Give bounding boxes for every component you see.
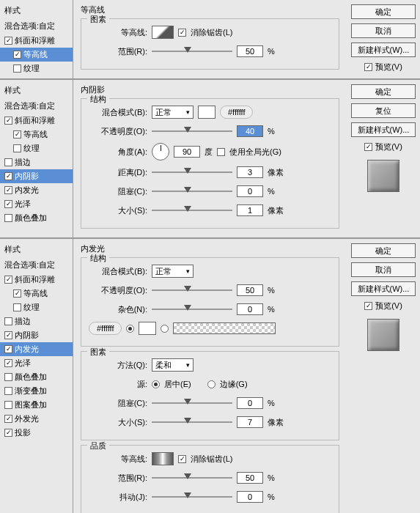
- reset-button[interactable]: 复位: [351, 103, 416, 118]
- size-slider[interactable]: [152, 210, 232, 211]
- jitter-value[interactable]: 0: [237, 491, 263, 503]
- style-checkbox[interactable]: [13, 51, 21, 59]
- style-checkbox[interactable]: [13, 144, 21, 152]
- style-item[interactable]: 等高线: [0, 48, 73, 62]
- choke-value[interactable]: 0: [237, 185, 263, 197]
- style-item[interactable]: 光泽: [0, 197, 73, 211]
- opacity-value[interactable]: 50: [237, 284, 263, 296]
- antialias-checkbox[interactable]: [178, 29, 186, 37]
- style-checkbox[interactable]: [13, 64, 21, 73]
- style-item[interactable]: 颜色叠加: [0, 211, 73, 225]
- style-checkbox[interactable]: [4, 317, 12, 325]
- style-item[interactable]: 等高线: [0, 287, 73, 300]
- noise-value[interactable]: 0: [237, 303, 263, 315]
- style-checkbox[interactable]: [13, 130, 21, 139]
- angle-dial[interactable]: [152, 143, 169, 160]
- style-item[interactable]: 等高线: [0, 128, 73, 141]
- contour-thumb[interactable]: [152, 26, 174, 39]
- blend-options[interactable]: 混合选项:自定: [0, 18, 73, 34]
- style-item[interactable]: 外发光: [0, 412, 73, 426]
- style-checkbox[interactable]: [4, 172, 12, 180]
- cancel-button[interactable]: 取消: [351, 262, 416, 277]
- range-slider[interactable]: [152, 51, 232, 52]
- source-center-radio[interactable]: [152, 380, 160, 388]
- blendmode-select[interactable]: 正常: [152, 106, 194, 119]
- color-radio[interactable]: [126, 325, 134, 333]
- angle-value[interactable]: 90: [174, 146, 200, 158]
- preview-checkbox[interactable]: [364, 143, 372, 151]
- range-slider[interactable]: [152, 477, 232, 479]
- style-checkbox[interactable]: [4, 345, 12, 353]
- style-item[interactable]: 渐变叠加: [0, 384, 73, 398]
- style-item[interactable]: 内阴影: [0, 328, 73, 342]
- contour-thumb[interactable]: [152, 452, 174, 465]
- choke-slider[interactable]: [152, 191, 232, 192]
- gradient-radio[interactable]: [161, 325, 169, 333]
- opacity-slider[interactable]: [152, 289, 232, 291]
- style-checkbox[interactable]: [4, 117, 12, 125]
- style-checkbox[interactable]: [4, 401, 12, 409]
- opacity-slider[interactable]: [152, 130, 232, 132]
- color-swatch[interactable]: [139, 322, 156, 335]
- source-edge-radio[interactable]: [207, 380, 215, 388]
- style-item[interactable]: 描边: [0, 314, 73, 328]
- style-checkbox[interactable]: [4, 387, 12, 395]
- style-checkbox[interactable]: [4, 429, 12, 437]
- method-select[interactable]: 柔和: [152, 358, 194, 372]
- style-item[interactable]: 斜面和浮雕: [0, 34, 73, 48]
- ok-button[interactable]: 确定: [351, 4, 416, 19]
- style-item[interactable]: 内阴影: [0, 169, 73, 183]
- style-checkbox[interactable]: [4, 415, 12, 423]
- preview-checkbox[interactable]: [364, 302, 372, 310]
- style-checkbox[interactable]: [4, 276, 12, 284]
- style-checkbox[interactable]: [4, 200, 12, 208]
- color-swatch[interactable]: [198, 106, 215, 119]
- choke-value[interactable]: 0: [237, 397, 263, 409]
- newstyle-button[interactable]: 新建样式(W)...: [351, 43, 416, 57]
- ok-button[interactable]: 确定: [351, 243, 416, 258]
- style-item[interactable]: 描边: [0, 155, 73, 169]
- style-checkbox[interactable]: [4, 331, 12, 339]
- style-checkbox[interactable]: [4, 37, 12, 45]
- newstyle-button[interactable]: 新建样式(W)...: [351, 122, 416, 137]
- style-item[interactable]: 纹理: [0, 141, 73, 155]
- ok-button[interactable]: 确定: [351, 84, 416, 99]
- style-checkbox[interactable]: [4, 359, 12, 367]
- noise-slider[interactable]: [152, 309, 232, 310]
- style-item[interactable]: 投影: [0, 426, 73, 440]
- style-checkbox[interactable]: [4, 186, 12, 194]
- style-checkbox[interactable]: [4, 214, 12, 222]
- antialias-checkbox[interactable]: [178, 455, 186, 463]
- blend-options[interactable]: 混合选项:自定: [0, 98, 73, 114]
- style-item[interactable]: 纹理: [0, 62, 73, 75]
- style-checkbox[interactable]: [13, 289, 21, 298]
- opacity-value[interactable]: 40: [237, 125, 263, 137]
- style-item[interactable]: 内发光: [0, 183, 73, 197]
- style-checkbox[interactable]: [13, 303, 21, 311]
- size-value[interactable]: 1: [237, 204, 263, 216]
- blend-options[interactable]: 混合选项:自定: [0, 257, 73, 273]
- blendmode-select[interactable]: 正常: [152, 265, 194, 278]
- gradient-picker[interactable]: [173, 322, 276, 334]
- style-item[interactable]: 光泽: [0, 356, 73, 370]
- style-item[interactable]: 颜色叠加: [0, 370, 73, 384]
- style-item[interactable]: 内发光: [0, 342, 73, 356]
- preview-checkbox[interactable]: [364, 63, 372, 71]
- size-value[interactable]: 7: [237, 416, 263, 428]
- size-slider[interactable]: [152, 421, 232, 423]
- choke-slider[interactable]: [152, 402, 232, 404]
- jitter-slider[interactable]: [152, 496, 232, 498]
- cancel-button[interactable]: 取消: [351, 23, 416, 38]
- style-item[interactable]: 斜面和浮雕: [0, 273, 73, 287]
- style-item[interactable]: 斜面和浮雕: [0, 114, 73, 128]
- style-item[interactable]: 纹理: [0, 300, 73, 314]
- style-checkbox[interactable]: [4, 373, 12, 381]
- globallight-checkbox[interactable]: [217, 148, 225, 156]
- style-item[interactable]: 图案叠加: [0, 398, 73, 412]
- style-checkbox[interactable]: [4, 158, 12, 166]
- distance-slider[interactable]: [152, 171, 232, 173]
- range-value[interactable]: 50: [237, 45, 263, 57]
- distance-value[interactable]: 3: [237, 166, 263, 178]
- newstyle-button[interactable]: 新建样式(W)...: [351, 281, 416, 296]
- range-value[interactable]: 50: [237, 472, 263, 484]
